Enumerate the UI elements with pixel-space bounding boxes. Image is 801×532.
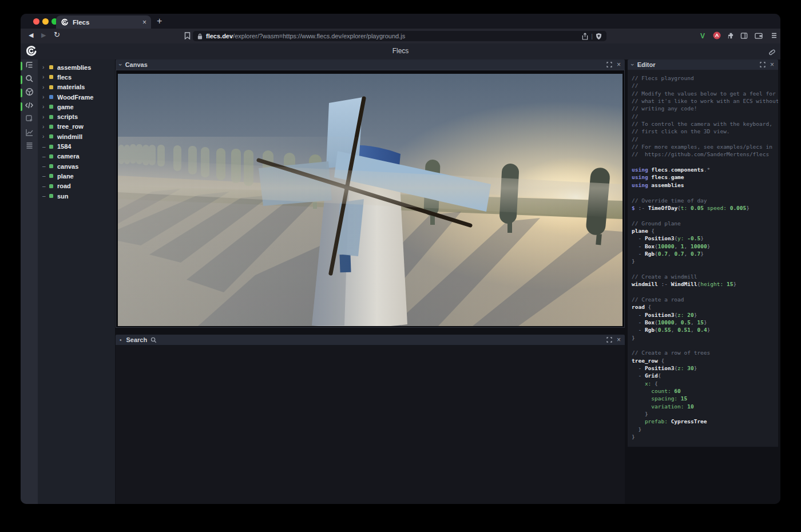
tree-item-sun[interactable]: –sun [38, 191, 115, 201]
back-button[interactable]: ◀ [29, 31, 33, 39]
fullscreen-icon[interactable] [606, 62, 612, 68]
tree-item-scripts[interactable]: ›scripts [38, 112, 115, 121]
tree-item-label: 1584 [57, 143, 71, 150]
close-icon[interactable]: × [617, 61, 621, 69]
active-indicator [21, 76, 22, 84]
tree-item-assemblies[interactable]: ›assemblies [38, 62, 115, 72]
tree-item-label: scripts [57, 113, 78, 120]
tree-item-plane[interactable]: –plane [38, 171, 115, 181]
collapsed-marker-icon[interactable]: • [120, 337, 122, 343]
share-link-icon[interactable] [767, 47, 775, 58]
code-editor[interactable]: // Flecs playground//// Modify the value… [628, 70, 778, 447]
entity-color-swatch [49, 95, 53, 99]
url-bar[interactable]: flecs.dev /explorer/?wasm=https://www.fl… [193, 31, 606, 41]
leaf-dash-icon: – [42, 183, 49, 189]
tree-item-WoodFrame[interactable]: ›WoodFrame [38, 92, 115, 102]
code-line: plane { [632, 227, 778, 235]
tab-close-icon[interactable]: × [142, 18, 146, 26]
tree-item-label: flecs [57, 74, 72, 81]
brave-vpn-icon[interactable]: V [700, 32, 705, 40]
browser-toolbar: ◀ ▶ ↻ flecs.dev /explorer/?wasm=https://… [21, 29, 780, 43]
rail-button-code-icon[interactable] [21, 100, 38, 114]
tree-item-label: assemblies [57, 64, 91, 71]
code-line: // [632, 136, 778, 143]
rail-button-inspector-icon[interactable] [21, 113, 38, 127]
brave-shield-icon[interactable] [596, 33, 602, 40]
editor-panel-header[interactable]: › Editor × [628, 59, 778, 70]
leaf-dash-icon: – [42, 144, 49, 150]
bookmark-icon[interactable] [184, 32, 191, 39]
chevron-down-icon[interactable]: › [629, 63, 636, 66]
viewport-3d-icon [25, 88, 34, 98]
code-line [632, 265, 778, 273]
code-line: // Flecs playground [632, 74, 778, 82]
expand-icon[interactable]: › [42, 124, 49, 130]
code-line: } [632, 334, 778, 342]
tree-item-camera[interactable]: –camera [38, 152, 115, 161]
tree-item-road[interactable]: –road [38, 181, 115, 191]
search-panel-header[interactable]: • Search × [116, 335, 625, 345]
expand-icon[interactable]: › [42, 74, 49, 80]
code-line: // For more examples, see examples/plecs… [632, 143, 778, 150]
search-results-area[interactable] [116, 345, 625, 504]
entity-color-swatch [49, 134, 53, 138]
code-line: count: 60 [632, 387, 778, 395]
tree-item-flecs[interactable]: ›flecs [38, 72, 115, 82]
canvas-panel-title: Canvas [125, 61, 148, 68]
code-line: // Modify the values below to get a feel… [632, 90, 778, 97]
divider: | [591, 33, 593, 39]
code-line: // [632, 82, 778, 89]
expand-icon[interactable]: › [42, 104, 49, 110]
code-content: // Flecs playground//// Modify the value… [628, 70, 778, 441]
close-window-button[interactable] [33, 18, 39, 25]
expand-icon[interactable]: › [42, 64, 49, 70]
brave-rewards-icon[interactable] [713, 31, 721, 39]
lock-icon [197, 33, 203, 39]
close-icon[interactable]: × [770, 61, 774, 69]
browser-window: Flecs × + ◀ ▶ ↻ flecs.dev /explorer/?was… [21, 14, 780, 504]
expand-icon[interactable]: › [42, 94, 49, 100]
share-icon[interactable] [582, 33, 588, 40]
tree-item-canvas[interactable]: –canvas [38, 161, 115, 171]
fullscreen-icon[interactable] [760, 62, 766, 68]
expand-icon[interactable]: › [42, 114, 49, 120]
fullscreen-icon[interactable] [606, 337, 612, 343]
extensions-icon[interactable] [727, 32, 734, 39]
code-line: } [632, 426, 778, 433]
code-line: - Box{10000, 1, 10000} [632, 243, 778, 250]
rail-button-viewport-3d-icon[interactable] [21, 86, 38, 100]
tree-item-label: plane [57, 173, 74, 180]
chevron-down-icon[interactable]: › [117, 63, 124, 66]
expand-icon[interactable]: › [42, 84, 49, 90]
new-tab-button[interactable]: + [157, 16, 162, 26]
reload-button[interactable]: ↻ [54, 30, 60, 39]
tree-item-tree_row[interactable]: ›tree_row [38, 122, 115, 132]
sidebar-toggle-icon[interactable] [740, 32, 748, 39]
tree-item-game[interactable]: ›game [38, 102, 115, 112]
expand-icon[interactable]: › [42, 133, 49, 140]
rail-button-log-icon[interactable] [21, 140, 38, 154]
code-line [632, 288, 778, 296]
tree-item-1584[interactable]: –1584 [38, 141, 115, 151]
code-line: road { [632, 303, 778, 311]
rail-button-entity-tree-icon[interactable] [21, 59, 38, 73]
editor-panel-title: Editor [637, 61, 656, 68]
menu-icon[interactable] [771, 31, 778, 39]
leaf-dash-icon: – [42, 193, 49, 199]
wallet-icon[interactable] [755, 32, 763, 39]
canvas-3d-viewport[interactable] [116, 70, 625, 328]
browser-tab[interactable]: Flecs × [56, 15, 151, 29]
rail-button-search-icon[interactable] [21, 73, 38, 87]
forward-button[interactable]: ▶ [41, 31, 46, 39]
minimize-window-button[interactable] [42, 18, 49, 25]
tree-item-windmill[interactable]: ›windmill [38, 132, 115, 141]
tree-item-label: sun [57, 193, 69, 200]
close-icon[interactable]: × [617, 336, 621, 344]
rail-button-stats-icon[interactable] [21, 127, 38, 141]
code-line: prefab: CypressTree [632, 418, 778, 425]
tree-item-label: game [57, 104, 74, 110]
code-line: tree_row { [632, 357, 778, 364]
code-line: } [632, 433, 778, 440]
tree-item-materials[interactable]: ›materials [38, 82, 115, 92]
canvas-panel-header[interactable]: › Canvas × [116, 59, 625, 70]
